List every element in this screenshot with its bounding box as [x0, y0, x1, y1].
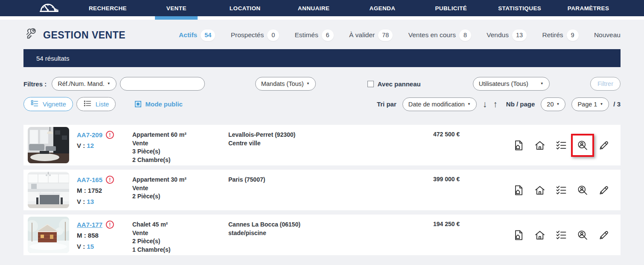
filter-field-select[interactable]: Réf./Num. Mand. ▼ [52, 77, 117, 91]
top-nav: RECHERCHE VENTE LOCATION ANNUAIRE AGENDA… [0, 0, 644, 16]
house-icon[interactable] [533, 184, 546, 197]
users-select[interactable]: Utilisateurs (Tous) ▼ [473, 77, 550, 91]
sort-descending-icon[interactable]: ↓ [483, 100, 487, 109]
mandate-number: M : 858 [77, 232, 132, 240]
mode-public-checkbox[interactable] [135, 101, 141, 107]
view-toolbar: Vignette Liste Mode public Tri par Date … [23, 97, 621, 111]
listing-price: 399 000 € [433, 172, 482, 208]
vignette-view-icon [30, 99, 39, 109]
edit-pencil-icon[interactable] [597, 139, 610, 152]
listing-row: AA7-177 ! M : 858 V : 15 Chalet 45 m² Ve… [23, 215, 621, 255]
contact-search-icon[interactable] [576, 139, 589, 152]
listings: AA7-209 ! V : 12 Appartement 60 m² Vente… [23, 125, 621, 255]
mode-public-group[interactable]: Mode public [135, 100, 183, 108]
tab-count-badge: 13 [512, 29, 527, 41]
chevron-down-icon: ▼ [107, 82, 111, 85]
per-page-select[interactable]: 20 ▼ [541, 97, 565, 111]
listing-city: Paris (75007) [228, 176, 433, 184]
chevron-down-icon: ▼ [557, 103, 560, 106]
tab-actifs[interactable]: Actifs 54 [179, 29, 215, 41]
listing-row: AA7-209 ! V : 12 Appartement 60 m² Vente… [23, 125, 621, 165]
mandates-select[interactable]: Mandats (Tous) ▼ [255, 77, 316, 91]
tab-prospectes[interactable]: Prospectés 0 [231, 29, 280, 41]
visits-count: V : 15 [77, 243, 132, 251]
vignette-view-button[interactable]: Vignette [23, 97, 73, 111]
alert-icon[interactable]: ! [106, 176, 114, 184]
liste-view-button[interactable]: Liste [76, 97, 116, 111]
sort-ascending-icon[interactable]: ↑ [493, 100, 498, 109]
alert-icon[interactable]: ! [106, 131, 114, 139]
nav-item-annuaire[interactable]: ANNUAIRE [280, 0, 348, 16]
property-document-icon[interactable] [512, 139, 525, 152]
listing-title: Appartement 30 m² [132, 176, 228, 184]
listing-bedrooms: 1 Chambre(s) [132, 246, 228, 254]
tab-estimes[interactable]: Estimés 6 [295, 29, 334, 41]
edit-pencil-icon[interactable] [597, 184, 610, 197]
keys-icon [23, 27, 38, 43]
listing-ref-link[interactable]: AA7-209 [77, 131, 102, 138]
alert-icon[interactable]: ! [106, 221, 114, 229]
nav-item-parametres[interactable]: PARAMÈTRES [554, 0, 623, 16]
page-select[interactable]: Page 1 ▼ [571, 97, 609, 111]
nav-item-location[interactable]: LOCATION [211, 0, 280, 16]
listing-type: Vente [132, 229, 228, 238]
chevron-down-icon: ▼ [540, 82, 544, 85]
sort-select[interactable]: Date de modification ▼ [402, 97, 477, 111]
contact-search-icon[interactable] [576, 184, 589, 197]
nav-item-recherche[interactable]: RECHERCHE [73, 0, 142, 16]
listing-description: Appartement 30 m² Vente 2 Pièce(s) [132, 172, 228, 208]
property-document-icon[interactable] [512, 229, 525, 241]
filter-button[interactable]: Filtrer [590, 77, 621, 91]
nav-item-vente[interactable]: VENTE [142, 0, 211, 16]
edit-pencil-icon[interactable] [597, 229, 610, 241]
house-icon[interactable] [533, 229, 546, 241]
listing-district: stade/piscine [228, 229, 433, 238]
checklist-icon[interactable] [555, 229, 568, 241]
listing-ref-link[interactable]: AA7-177 [77, 221, 102, 228]
search-input[interactable] [120, 77, 205, 91]
app-logo[interactable] [37, 0, 73, 16]
tab-count-badge: 0 [267, 29, 279, 41]
visits-count: V : 12 [77, 142, 132, 150]
listing-ref-column: AA7-209 ! V : 12 [77, 127, 132, 163]
page-total: / 3 [613, 100, 621, 108]
tab-nouveau[interactable]: Nouveau [594, 31, 621, 39]
listing-rooms: 2 Pièce(s) [132, 192, 228, 201]
nav-divider-strip [0, 16, 644, 20]
contact-search-icon[interactable] [576, 229, 589, 241]
listing-photo-living-room[interactable] [28, 127, 69, 163]
listing-ref-link[interactable]: AA7-165 [77, 176, 102, 183]
panel-checkbox[interactable] [367, 81, 374, 87]
listing-price: 472 500 € [433, 127, 482, 163]
checklist-icon[interactable] [555, 184, 568, 197]
listing-district: Centre ville [228, 139, 433, 148]
listing-row: AA7-165 ! M : 1752 V : 13 Appartement 30… [23, 170, 621, 210]
tab-count-badge: 8 [459, 29, 471, 41]
tab-count-badge: 9 [567, 29, 579, 41]
listing-ref-column: AA7-177 ! M : 858 V : 15 [77, 217, 132, 253]
nav-item-publicite[interactable]: PUBLICITÉ [417, 0, 485, 16]
chevron-down-icon: ▼ [467, 103, 471, 106]
house-icon[interactable] [533, 139, 546, 152]
listing-description: Chalet 45 m² Vente 2 Pièce(s) 1 Chambre(… [132, 217, 228, 253]
checklist-icon[interactable] [555, 139, 568, 152]
tab-ventes-en-cours[interactable]: Ventes en cours 8 [408, 29, 471, 41]
panel-checkbox-group[interactable]: Avec panneau [367, 80, 421, 88]
tab-retires[interactable]: Retirés 9 [542, 29, 578, 41]
sort-label: Tri par [377, 100, 396, 108]
mandate-number: M : 1752 [77, 187, 132, 195]
listing-photo-snowy-chalet[interactable] [28, 217, 69, 253]
listing-photo-kitchen[interactable] [28, 172, 69, 208]
tab-vendus[interactable]: Vendus 13 [487, 29, 527, 41]
listing-type: Vente [132, 184, 228, 193]
property-document-icon[interactable] [512, 184, 525, 197]
listing-title: Chalet 45 m² [132, 221, 228, 229]
tab-a-valider[interactable]: À valider 78 [349, 29, 393, 41]
mode-public-label: Mode public [145, 100, 183, 108]
listing-actions [512, 127, 610, 163]
nav-items: RECHERCHE VENTE LOCATION ANNUAIRE AGENDA… [73, 0, 623, 16]
nav-item-agenda[interactable]: AGENDA [348, 0, 417, 16]
status-tabs: Actifs 54 Prospectés 0 Estimés 6 À valid… [179, 29, 621, 41]
nav-item-statistiques[interactable]: STATISTIQUES [485, 0, 554, 16]
visits-count: V : 13 [77, 198, 132, 206]
